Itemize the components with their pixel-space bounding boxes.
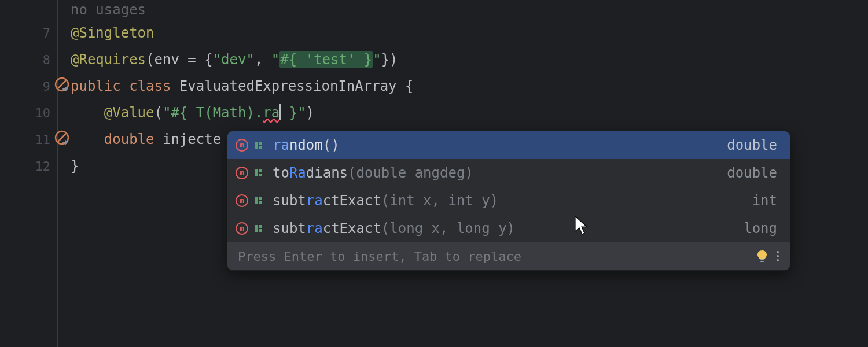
svg-rect-18	[259, 201, 262, 204]
gutter: 7 8 9 10 11 12	[0, 0, 58, 347]
completion-return-type: int	[752, 193, 777, 209]
completion-return-type: double	[727, 137, 777, 153]
svg-rect-12	[259, 169, 262, 172]
completion-item[interactable]: m subtractExact(int x, int y) int	[227, 187, 790, 215]
completion-rest: dians	[306, 165, 348, 181]
completion-signature: (int x, int y)	[381, 193, 498, 209]
svg-rect-13	[259, 174, 262, 176]
completion-popup[interactable]: m random() double m toRadians(double ang…	[227, 131, 790, 271]
svg-point-26	[777, 251, 779, 253]
kebab-menu-icon[interactable]	[776, 250, 779, 263]
method-icon: m	[236, 194, 248, 207]
completion-rest: ctExact	[323, 193, 381, 209]
completion-item[interactable]: m toRadians(double angdeg) double	[227, 159, 790, 187]
svg-rect-22	[259, 225, 262, 228]
method-icon: m	[236, 222, 248, 235]
svg-rect-8	[259, 146, 262, 149]
text-caret	[279, 104, 281, 120]
svg-text:m: m	[240, 168, 244, 177]
svg-text:m: m	[240, 141, 244, 149]
line-number: 11	[35, 132, 51, 147]
line-number: 8	[43, 53, 50, 67]
code-line[interactable]: @Value("#{ T(Math).ra }")	[71, 99, 868, 126]
completion-signature: (double angdeg)	[348, 165, 473, 181]
svg-rect-7	[259, 142, 262, 145]
completion-match: Ra	[289, 165, 306, 181]
completion-signature: (long x, long y)	[381, 220, 515, 237]
line-number: 7	[43, 26, 50, 40]
svg-rect-17	[259, 197, 262, 200]
completion-rest: ndom	[289, 137, 323, 153]
completion-hint: Press Enter to insert, Tab to replace	[238, 249, 748, 264]
completion-footer: Press Enter to insert, Tab to replace	[227, 242, 790, 270]
svg-rect-16	[255, 197, 258, 204]
completion-return-type: double	[727, 165, 777, 181]
line-number: 10	[35, 106, 51, 120]
completion-return-type: long	[744, 220, 777, 237]
method-icon: m	[236, 139, 248, 152]
svg-text:m: m	[240, 196, 244, 205]
svg-text:m: m	[240, 224, 244, 232]
line-number: 12	[35, 159, 51, 174]
svg-point-28	[777, 259, 779, 261]
svg-point-27	[777, 255, 779, 257]
static-icon	[254, 196, 263, 205]
svg-rect-11	[255, 169, 258, 176]
code-line[interactable]: @Singleton	[71, 20, 868, 46]
code-line[interactable]: @Requires(env = {"dev", "#{ 'test' }"})	[71, 46, 868, 73]
method-icon: m	[236, 167, 248, 179]
static-icon	[254, 168, 263, 178]
svg-rect-6	[255, 142, 258, 149]
svg-rect-24	[760, 259, 764, 260]
completion-item[interactable]: m subtractExact(long x, long y) long	[227, 215, 790, 242]
static-icon	[254, 141, 263, 150]
line-number: 9	[43, 79, 50, 94]
completion-match: ra	[273, 137, 289, 153]
svg-rect-21	[255, 225, 258, 232]
svg-rect-25	[760, 261, 764, 262]
completion-item[interactable]: m random() double	[227, 131, 790, 159]
completion-rest: ctExact	[323, 220, 381, 237]
code-line[interactable]: public class EvaluatedExpressionInArray …	[71, 73, 868, 99]
usages-hint: no usages	[71, 2, 146, 18]
completion-match: ra	[306, 193, 323, 209]
svg-rect-23	[259, 229, 262, 232]
static-icon	[254, 224, 263, 233]
completion-signature: ()	[323, 137, 340, 153]
completion-match: ra	[306, 220, 323, 237]
lightbulb-icon[interactable]	[756, 250, 768, 263]
